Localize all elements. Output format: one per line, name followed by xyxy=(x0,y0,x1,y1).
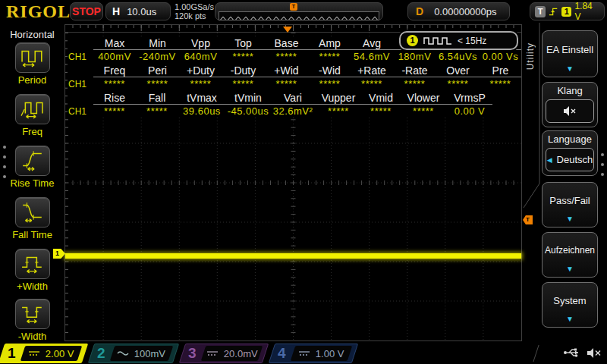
status-bar: RIGOL STOP H 10.0us 1.00GSa/s 120k pts T… xyxy=(0,0,607,23)
dc-coupling-icon xyxy=(206,350,219,357)
horizontal-timebase-readout[interactable]: H 10.0us xyxy=(105,2,171,20)
measurement-value-cell: -45.00us xyxy=(225,105,271,117)
channel-2-settings: 100mV xyxy=(110,346,173,361)
waveform-preview[interactable]: T xyxy=(215,2,383,20)
trigger-label-chip: T xyxy=(535,6,546,17)
freq-label: Freq xyxy=(0,126,64,137)
freq-button[interactable] xyxy=(15,94,50,124)
chevron-down-icon: ▼ xyxy=(543,315,597,323)
menu-item-system[interactable]: System ▼ xyxy=(542,282,598,328)
measure-item-fall-time[interactable]: Fall Time xyxy=(0,197,64,240)
trigger-frequency-text: < 15Hz xyxy=(458,36,486,46)
trigger-position-flag[interactable]: T xyxy=(290,3,297,11)
measurement-header-cell: Freq xyxy=(93,64,136,77)
channel-1-trace xyxy=(65,253,521,259)
io-setup-label: EA Einstell xyxy=(543,44,597,55)
measurement-value-cell: 0.00 V xyxy=(447,105,492,117)
minus-width-icon xyxy=(19,302,46,325)
measurement-value-cell: 6.54uVs xyxy=(436,51,480,62)
menu-item-record[interactable]: Aufzeichnen ▼ xyxy=(542,232,598,278)
measurement-value-row: CH1400mV-240mV640mV***************54.6mV… xyxy=(68,50,521,63)
channel-2-status[interactable]: 2 100mV xyxy=(91,344,176,363)
measurement-value-cell: 0.00 Vs xyxy=(480,51,521,62)
sound-label: Klang xyxy=(543,85,597,96)
measurement-value-cell: 54.6mV xyxy=(351,51,393,62)
channel-4-number: 4 xyxy=(278,345,286,362)
trigger-source-badge: 1 xyxy=(561,7,571,17)
measurement-header-cell: -Rate xyxy=(393,64,436,77)
run-state-text: STOP xyxy=(72,5,101,17)
trigger-position-marker[interactable] xyxy=(283,27,292,33)
channel-1-status[interactable]: 1 2.00 V xyxy=(2,344,85,363)
waveform-display[interactable]: MaxMinVppTopBaseAmpAvgVrmsCH1400mV-240mV… xyxy=(64,24,522,341)
menu-scroll-dots xyxy=(3,146,6,178)
menu-item-passfail[interactable]: Pass/Fail ▼ xyxy=(542,182,598,228)
measurement-header-cell: +Duty xyxy=(179,64,222,77)
trigger-level-value: 1.84 V xyxy=(574,1,599,22)
language-select[interactable]: ◀ Deutsch xyxy=(546,148,594,171)
channel-3-status[interactable]: 3 20.0mV xyxy=(182,344,266,363)
measurement-value-cell: 32.6mV² xyxy=(271,105,315,117)
measurement-value-cell: ***** xyxy=(351,78,393,89)
measurement-value-cell: ***** xyxy=(93,105,136,117)
minus-width-button[interactable] xyxy=(15,299,50,329)
measure-item-minus-width[interactable]: -Width xyxy=(0,299,64,342)
chevron-down-icon: ▼ xyxy=(543,265,597,273)
rise-time-icon xyxy=(19,149,46,171)
trigger-readout[interactable]: T 1 1.84 V xyxy=(530,2,605,20)
utility-menu: Utility EA Einstell ▼ Klang Language ◀ xyxy=(522,23,607,343)
channel-status-bar: 1 2.00 V 2 100mV 3 xyxy=(0,343,607,364)
measure-item-period[interactable]: Period xyxy=(0,42,64,86)
measurement-header-cell: Avg xyxy=(351,37,393,50)
measurement-header-cell: Vari xyxy=(271,92,315,105)
speaker-muted-icon xyxy=(586,347,602,359)
measurement-channel-label: CH1 xyxy=(68,79,93,89)
measurement-header-row: FreqPeri+Duty-Duty+Wid-Wid+Rate-RateOver… xyxy=(68,64,521,77)
channel-1-number: 1 xyxy=(8,345,16,362)
main-area: Horizontal Period xyxy=(0,23,607,343)
menu-item-io-setup[interactable]: EA Einstell ▼ xyxy=(542,30,598,77)
rise-time-button[interactable] xyxy=(15,146,50,176)
passfail-label: Pass/Fail xyxy=(543,195,597,206)
measurement-value-cell: ***** xyxy=(222,51,264,62)
measurement-header-cell: -Wid xyxy=(309,64,351,77)
channel-2-number: 2 xyxy=(97,345,105,362)
measurement-value-cell: 400mV xyxy=(93,51,136,62)
menu-page-dots xyxy=(601,153,604,176)
measurement-value-cell: ***** xyxy=(264,51,309,62)
channel-3-scale: 20.0mV xyxy=(224,348,258,359)
rise-time-label: Rise Time xyxy=(0,177,64,189)
delay-value: 0.00000000ps xyxy=(434,6,496,17)
measurement-header-cell: Amp xyxy=(309,37,351,50)
delay-readout[interactable]: D 0.00000000ps xyxy=(407,2,510,20)
measurement-header-cell: Max xyxy=(93,37,136,50)
measurement-channel-label: CH1 xyxy=(68,52,93,62)
plus-width-label: +Width xyxy=(0,281,64,292)
utility-tab-label: Utility xyxy=(525,42,536,70)
channel-4-status[interactable]: 4 1.00 V xyxy=(272,344,355,363)
measurement-value-cell: -240mV xyxy=(136,51,179,62)
measure-item-rise-time[interactable]: Rise Time xyxy=(0,146,64,189)
measurement-value-cell: ***** xyxy=(400,105,447,117)
memory-depth: 120k pts xyxy=(175,11,214,20)
menu-item-language[interactable]: Language ◀ Deutsch xyxy=(542,130,598,176)
run-state-indicator[interactable]: STOP xyxy=(70,2,103,20)
measurement-value-cell: ***** xyxy=(480,78,521,89)
plus-width-button[interactable] xyxy=(15,249,50,279)
measure-menu: Horizontal Period xyxy=(0,23,64,343)
measurement-header-cell: Top xyxy=(222,37,264,50)
measurement-value-row: CH1**********39.60us-45.00us32.6mV²*****… xyxy=(68,105,521,118)
channel-3-number: 3 xyxy=(188,345,197,362)
fall-time-button[interactable] xyxy=(15,197,50,228)
measurement-value-row: CH1*************************************… xyxy=(68,77,521,90)
measurement-header-cell: Fall xyxy=(136,92,178,105)
trigger-source-badge: 1 xyxy=(407,35,418,46)
channel-1-scale: 2.00 V xyxy=(46,348,74,359)
delay-label: D xyxy=(416,5,423,17)
measurement-header-cell: VrmsP xyxy=(447,92,492,105)
period-button[interactable] xyxy=(15,42,50,73)
sound-toggle-button[interactable] xyxy=(546,99,594,123)
menu-item-sound[interactable]: Klang xyxy=(542,82,598,127)
measure-item-freq[interactable]: Freq xyxy=(0,94,64,137)
measurement-header-cell: tVmax xyxy=(178,92,225,105)
